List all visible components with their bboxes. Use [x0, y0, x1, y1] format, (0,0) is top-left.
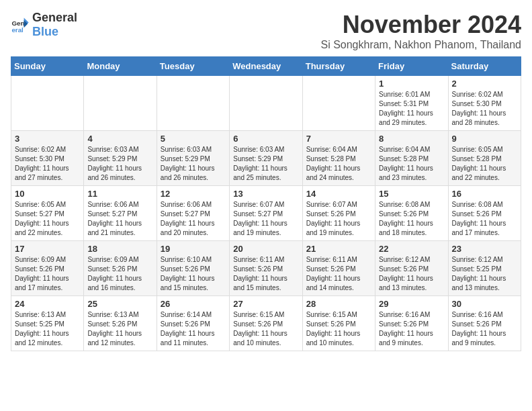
day-info: Sunrise: 6:08 AM Sunset: 5:26 PM Dayligh…	[452, 200, 517, 238]
calendar-cell: 16Sunrise: 6:08 AM Sunset: 5:26 PM Dayli…	[448, 186, 521, 241]
weekday-header-saturday: Saturday	[448, 57, 521, 76]
day-number: 24	[15, 299, 80, 309]
day-number: 19	[161, 244, 226, 254]
calendar-cell	[84, 76, 157, 131]
calendar-cell: 23Sunrise: 6:12 AM Sunset: 5:25 PM Dayli…	[448, 241, 521, 296]
day-number: 5	[161, 134, 226, 144]
title-area: November 2024 Si Songkhram, Nakhon Phano…	[320, 11, 521, 51]
day-info: Sunrise: 6:08 AM Sunset: 5:26 PM Dayligh…	[379, 200, 444, 238]
logo-general: General	[32, 11, 77, 24]
calendar-cell: 15Sunrise: 6:08 AM Sunset: 5:26 PM Dayli…	[375, 186, 448, 241]
day-info: Sunrise: 6:07 AM Sunset: 5:26 PM Dayligh…	[306, 200, 371, 238]
day-number: 7	[306, 134, 371, 144]
day-number: 14	[306, 189, 371, 199]
calendar-cell: 29Sunrise: 6:16 AM Sunset: 5:26 PM Dayli…	[375, 296, 448, 351]
day-info: Sunrise: 6:03 AM Sunset: 5:29 PM Dayligh…	[233, 145, 298, 183]
day-number: 30	[452, 299, 517, 309]
calendar-table: SundayMondayTuesdayWednesdayThursdayFrid…	[11, 56, 521, 351]
page-header: Gen eral General Blue November 2024 Si S…	[11, 11, 521, 51]
logo: Gen eral General Blue	[11, 11, 77, 39]
location-title: Si Songkhram, Nakhon Phanom, Thailand	[320, 39, 521, 51]
weekday-header-friday: Friday	[375, 57, 448, 76]
week-row-3: 10Sunrise: 6:05 AM Sunset: 5:27 PM Dayli…	[11, 186, 521, 241]
day-info: Sunrise: 6:15 AM Sunset: 5:26 PM Dayligh…	[233, 310, 298, 348]
day-info: Sunrise: 6:05 AM Sunset: 5:27 PM Dayligh…	[15, 200, 80, 238]
day-info: Sunrise: 6:05 AM Sunset: 5:28 PM Dayligh…	[452, 145, 517, 183]
day-info: Sunrise: 6:01 AM Sunset: 5:31 PM Dayligh…	[379, 90, 444, 128]
day-info: Sunrise: 6:15 AM Sunset: 5:26 PM Dayligh…	[306, 310, 371, 348]
weekday-header-row: SundayMondayTuesdayWednesdayThursdayFrid…	[11, 57, 521, 76]
calendar-cell: 17Sunrise: 6:09 AM Sunset: 5:26 PM Dayli…	[11, 241, 84, 296]
day-number: 26	[161, 299, 226, 309]
day-number: 4	[87, 134, 152, 144]
day-number: 27	[233, 299, 298, 309]
day-number: 9	[452, 134, 517, 144]
day-info: Sunrise: 6:16 AM Sunset: 5:26 PM Dayligh…	[452, 310, 517, 348]
calendar-cell	[157, 76, 229, 131]
day-number: 10	[15, 189, 80, 199]
week-row-2: 3Sunrise: 6:02 AM Sunset: 5:30 PM Daylig…	[11, 131, 521, 186]
day-number: 15	[379, 189, 444, 199]
day-number: 3	[15, 134, 80, 144]
day-info: Sunrise: 6:13 AM Sunset: 5:26 PM Dayligh…	[87, 310, 152, 348]
month-title: November 2024	[320, 11, 521, 39]
day-info: Sunrise: 6:13 AM Sunset: 5:25 PM Dayligh…	[15, 310, 80, 348]
day-number: 18	[87, 244, 152, 254]
day-info: Sunrise: 6:07 AM Sunset: 5:27 PM Dayligh…	[233, 200, 298, 238]
calendar-cell: 22Sunrise: 6:12 AM Sunset: 5:26 PM Dayli…	[375, 241, 448, 296]
calendar-cell: 25Sunrise: 6:13 AM Sunset: 5:26 PM Dayli…	[84, 296, 157, 351]
day-number: 12	[161, 189, 226, 199]
day-number: 22	[379, 244, 444, 254]
weekday-header-thursday: Thursday	[302, 57, 375, 76]
calendar-cell: 6Sunrise: 6:03 AM Sunset: 5:29 PM Daylig…	[230, 131, 302, 186]
calendar-cell: 3Sunrise: 6:02 AM Sunset: 5:30 PM Daylig…	[11, 131, 84, 186]
weekday-header-tuesday: Tuesday	[157, 57, 229, 76]
logo-icon: Gen eral	[11, 15, 30, 34]
day-number: 11	[87, 189, 152, 199]
day-number: 20	[233, 244, 298, 254]
calendar-cell: 26Sunrise: 6:14 AM Sunset: 5:26 PM Dayli…	[157, 296, 229, 351]
calendar-cell: 18Sunrise: 6:09 AM Sunset: 5:26 PM Dayli…	[84, 241, 157, 296]
day-info: Sunrise: 6:09 AM Sunset: 5:26 PM Dayligh…	[87, 255, 152, 293]
day-info: Sunrise: 6:14 AM Sunset: 5:26 PM Dayligh…	[161, 310, 226, 348]
calendar-cell: 2Sunrise: 6:02 AM Sunset: 5:30 PM Daylig…	[448, 76, 521, 131]
day-info: Sunrise: 6:16 AM Sunset: 5:26 PM Dayligh…	[379, 310, 444, 348]
calendar-cell: 12Sunrise: 6:06 AM Sunset: 5:27 PM Dayli…	[157, 186, 229, 241]
calendar-cell: 4Sunrise: 6:03 AM Sunset: 5:29 PM Daylig…	[84, 131, 157, 186]
day-info: Sunrise: 6:11 AM Sunset: 5:26 PM Dayligh…	[306, 255, 371, 293]
calendar-cell: 11Sunrise: 6:06 AM Sunset: 5:27 PM Dayli…	[84, 186, 157, 241]
day-info: Sunrise: 6:12 AM Sunset: 5:26 PM Dayligh…	[379, 255, 444, 293]
day-number: 16	[452, 189, 517, 199]
day-number: 25	[87, 299, 152, 309]
calendar-cell: 27Sunrise: 6:15 AM Sunset: 5:26 PM Dayli…	[230, 296, 302, 351]
calendar-cell: 1Sunrise: 6:01 AM Sunset: 5:31 PM Daylig…	[375, 76, 448, 131]
calendar-cell: 13Sunrise: 6:07 AM Sunset: 5:27 PM Dayli…	[230, 186, 302, 241]
calendar-cell: 28Sunrise: 6:15 AM Sunset: 5:26 PM Dayli…	[302, 296, 375, 351]
calendar-cell	[11, 76, 84, 131]
week-row-1: 1Sunrise: 6:01 AM Sunset: 5:31 PM Daylig…	[11, 76, 521, 131]
day-number: 2	[452, 79, 517, 89]
day-info: Sunrise: 6:02 AM Sunset: 5:30 PM Dayligh…	[15, 145, 80, 183]
calendar-cell	[230, 76, 302, 131]
calendar-cell: 14Sunrise: 6:07 AM Sunset: 5:26 PM Dayli…	[302, 186, 375, 241]
weekday-header-wednesday: Wednesday	[230, 57, 302, 76]
calendar-cell: 21Sunrise: 6:11 AM Sunset: 5:26 PM Dayli…	[302, 241, 375, 296]
calendar-cell: 24Sunrise: 6:13 AM Sunset: 5:25 PM Dayli…	[11, 296, 84, 351]
calendar-cell: 7Sunrise: 6:04 AM Sunset: 5:28 PM Daylig…	[302, 131, 375, 186]
calendar-cell	[302, 76, 375, 131]
day-number: 29	[379, 299, 444, 309]
day-info: Sunrise: 6:09 AM Sunset: 5:26 PM Dayligh…	[15, 255, 80, 293]
day-info: Sunrise: 6:04 AM Sunset: 5:28 PM Dayligh…	[379, 145, 444, 183]
calendar-cell: 10Sunrise: 6:05 AM Sunset: 5:27 PM Dayli…	[11, 186, 84, 241]
week-row-4: 17Sunrise: 6:09 AM Sunset: 5:26 PM Dayli…	[11, 241, 521, 296]
day-number: 17	[15, 244, 80, 254]
day-number: 1	[379, 79, 444, 89]
day-info: Sunrise: 6:12 AM Sunset: 5:25 PM Dayligh…	[452, 255, 517, 293]
svg-text:eral: eral	[11, 26, 24, 34]
calendar-cell: 19Sunrise: 6:10 AM Sunset: 5:26 PM Dayli…	[157, 241, 229, 296]
day-number: 6	[233, 134, 298, 144]
day-info: Sunrise: 6:03 AM Sunset: 5:29 PM Dayligh…	[161, 145, 226, 183]
day-info: Sunrise: 6:02 AM Sunset: 5:30 PM Dayligh…	[452, 90, 517, 128]
calendar-cell: 30Sunrise: 6:16 AM Sunset: 5:26 PM Dayli…	[448, 296, 521, 351]
calendar-cell: 8Sunrise: 6:04 AM Sunset: 5:28 PM Daylig…	[375, 131, 448, 186]
